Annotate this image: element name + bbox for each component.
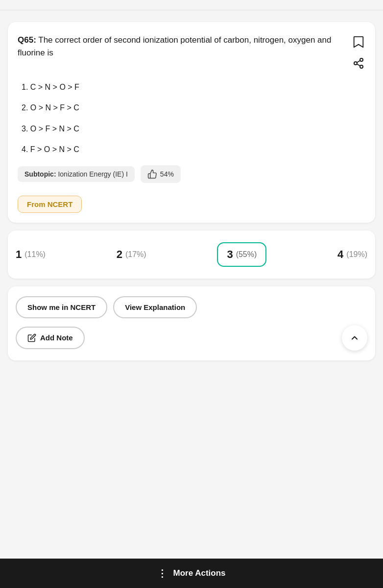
actions-card: Show me in NCERT View Explanation Add No…	[8, 286, 375, 360]
question-icons	[352, 35, 365, 70]
like-percent: 54%	[160, 170, 174, 178]
option-2-number: 2.	[22, 103, 30, 112]
stat-3-pct: (55%)	[236, 250, 257, 259]
svg-line-4	[357, 61, 360, 63]
answer-stats-card: 1 (11%) 2 (17%) 3 (55%) 4 (19%)	[8, 230, 375, 279]
question-card: Q65: The correct order of second ionizat…	[8, 22, 375, 223]
question-header: Q65: The correct order of second ionizat…	[18, 34, 365, 70]
like-badge: 54%	[141, 165, 181, 183]
scroll-top-button[interactable]	[342, 325, 367, 351]
add-note-label: Add Note	[40, 333, 73, 342]
question-text-block: Q65: The correct order of second ionizat…	[18, 34, 346, 59]
more-actions-label: More Actions	[173, 568, 225, 578]
option-2-text: O > N > F > C	[30, 103, 79, 112]
thumbs-up-icon	[147, 169, 157, 179]
question-text: The correct order of second ionization p…	[18, 35, 331, 57]
stat-1-num: 1	[16, 248, 22, 261]
chevron-up-icon	[350, 333, 359, 343]
view-explanation-label: View Explanation	[125, 303, 185, 311]
share-icon	[353, 57, 364, 69]
show-ncert-label: Show me in NCERT	[27, 303, 96, 311]
actions-row-1: Show me in NCERT View Explanation	[16, 296, 367, 318]
stat-4-num: 4	[337, 248, 343, 261]
meta-row: Subtopic: Ionization Energy (IE) I 54%	[18, 165, 365, 183]
svg-point-1	[354, 62, 357, 65]
option-3[interactable]: 3. O > F > N > C	[22, 124, 365, 134]
ncert-from-badge: From NCERT	[18, 196, 82, 213]
stat-option-2[interactable]: 2 (17%)	[117, 248, 146, 261]
option-4-text: F > O > N > C	[30, 145, 79, 153]
show-ncert-button[interactable]: Show me in NCERT	[16, 296, 107, 318]
option-3-number: 3.	[22, 125, 30, 133]
edit-icon	[27, 333, 36, 342]
stat-3-num: 3	[227, 248, 233, 261]
subtopic-value: Ionization Energy (IE) I	[58, 170, 127, 178]
stats-row: 1 (11%) 2 (17%) 3 (55%) 4 (19%)	[16, 242, 367, 267]
option-1-number: 1.	[22, 83, 30, 91]
stat-1-pct: (11%)	[24, 250, 46, 259]
bookmark-icon	[353, 36, 364, 49]
actions-row-2: Add Note	[16, 325, 367, 351]
question-number: Q65:	[18, 35, 36, 45]
option-4-number: 4.	[22, 145, 30, 153]
option-4[interactable]: 4. F > O > N > C	[22, 144, 365, 155]
stat-2-pct: (17%)	[125, 250, 146, 259]
svg-point-2	[360, 65, 363, 68]
view-explanation-button[interactable]: View Explanation	[113, 296, 197, 318]
svg-point-0	[360, 58, 363, 61]
options-list: 1. C > N > O > F 2. O > N > F > C 3. O >…	[18, 82, 365, 155]
option-3-text: O > F > N > C	[30, 125, 79, 133]
more-actions-icon: ⋮	[157, 567, 168, 579]
option-2[interactable]: 2. O > N > F > C	[22, 102, 365, 113]
stat-2-num: 2	[117, 248, 122, 261]
stat-option-3-selected[interactable]: 3 (55%)	[217, 242, 266, 267]
stat-option-4[interactable]: 4 (19%)	[337, 248, 367, 261]
share-button[interactable]	[352, 56, 365, 70]
stat-4-pct: (19%)	[346, 250, 367, 259]
add-note-button[interactable]: Add Note	[16, 327, 85, 349]
svg-line-3	[357, 64, 360, 66]
more-actions-bar[interactable]: ⋮ More Actions	[0, 559, 383, 588]
stat-option-1[interactable]: 1 (11%)	[16, 248, 46, 261]
bookmark-button[interactable]	[352, 35, 365, 50]
option-1-text: C > N > O > F	[30, 83, 79, 91]
option-1[interactable]: 1. C > N > O > F	[22, 82, 365, 93]
subtopic-label: Subtopic:	[24, 170, 56, 178]
subtopic-badge: Subtopic: Ionization Energy (IE) I	[18, 166, 135, 182]
top-divider	[0, 10, 383, 10]
